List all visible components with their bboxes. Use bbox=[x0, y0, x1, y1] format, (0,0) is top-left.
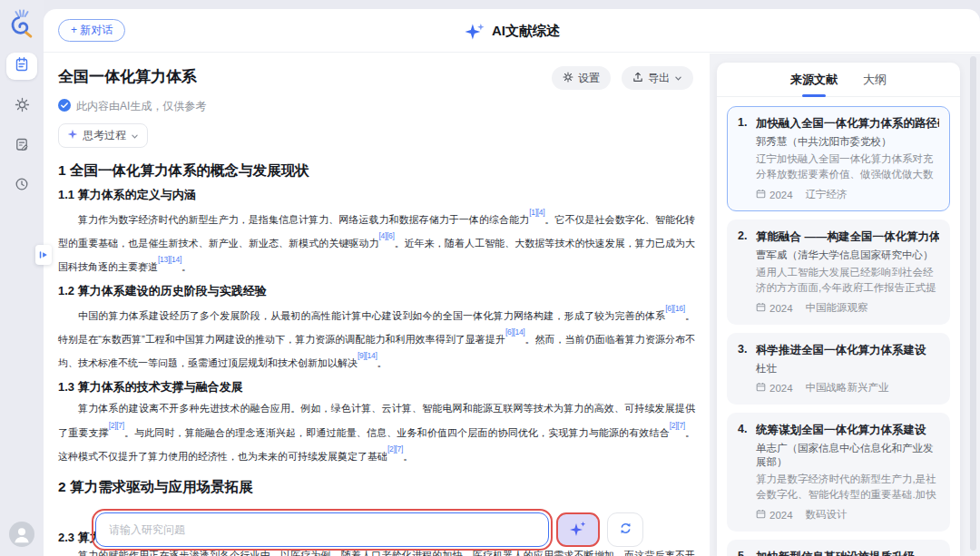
app-title: AI文献综述 bbox=[44, 9, 980, 53]
left-rail bbox=[0, 0, 44, 556]
item-author: 单志广（国家信息中心信息化和产业发展部） bbox=[756, 442, 939, 469]
item-year: 2024 bbox=[769, 510, 793, 521]
doc-paragraph: 算力作为数字经济时代的新型生产力，是指集信息计算力、网络运载力和数据存储力于一体… bbox=[58, 206, 695, 277]
sparkle-logo-icon bbox=[464, 23, 485, 40]
rail-item-notes[interactable] bbox=[6, 53, 37, 80]
app-title-text: AI文献综述 bbox=[492, 23, 560, 40]
chevron-down-icon bbox=[131, 130, 139, 142]
item-title: 加快新型信息基础设施提质升级 bbox=[756, 550, 915, 556]
item-source: 数码设计 bbox=[806, 508, 848, 522]
document-panel: 全国一体化算力体系 设置 bbox=[44, 54, 710, 556]
page-scrollbar[interactable] bbox=[970, 56, 976, 551]
regenerate-button[interactable] bbox=[607, 512, 643, 547]
item-author: 曹军威（清华大学信息国家研究中心） bbox=[756, 249, 939, 262]
sources-region: 来源文献 大纲 1. 加快融入全国一体化算力体系的路径研究 郭秀慧（中共沈阳市委… bbox=[710, 54, 980, 556]
new-chat-button[interactable]: + 新对话 bbox=[58, 19, 125, 42]
item-source: 辽宁经济 bbox=[806, 188, 848, 201]
item-author: 杜壮 bbox=[756, 362, 939, 376]
item-number: 2. bbox=[738, 229, 752, 245]
item-title: 加快融入全国一体化算力体系的路径研究 bbox=[756, 116, 939, 132]
item-title: 科学推进全国一体化算力体系建设 bbox=[756, 343, 926, 358]
rail-item-history[interactable] bbox=[6, 172, 37, 200]
sources-tabs: 来源文献 大纲 bbox=[717, 63, 960, 97]
chevron-down-icon bbox=[674, 72, 682, 84]
app-window: + 新对话 AI文献综述 全国一体化算力体系 bbox=[44, 9, 980, 556]
item-number: 1. bbox=[738, 116, 752, 132]
app-logo-deer-icon bbox=[8, 9, 35, 40]
gear-icon bbox=[563, 72, 573, 85]
rail-item-feedback[interactable] bbox=[6, 132, 37, 160]
clock-icon bbox=[15, 177, 29, 195]
doc-subheading: 1.2 算力体系建设的历史阶段与实践经验 bbox=[58, 283, 695, 299]
item-abstract: 通用人工智能大发展已经影响到社会经济的方方面面,今年政府工作报告正式提出开展“人… bbox=[756, 265, 939, 296]
settings-button[interactable]: 设置 bbox=[552, 66, 611, 90]
thinking-label: 思考过程 bbox=[83, 128, 126, 143]
document-title: 全国一体化算力体系 bbox=[58, 66, 197, 87]
thinking-process-toggle[interactable]: 思考过程 bbox=[58, 123, 148, 148]
item-title: 算能融合 ——构建全国一体化算力体系的基石 bbox=[756, 229, 939, 245]
item-author: 郭秀慧（中共沈阳市委党校） bbox=[756, 135, 939, 149]
item-year: 2024 bbox=[769, 303, 793, 314]
refresh-icon bbox=[618, 521, 633, 539]
doc-heading: 2 算力需求驱动与应用场景拓展 bbox=[58, 477, 695, 497]
item-number: 5. bbox=[738, 550, 752, 556]
doc-paragraph: 中国的算力体系建设经历了多个发展阶段，从最初的高性能计算中心建设到如今的全国一体… bbox=[58, 302, 695, 373]
item-year: 2024 bbox=[769, 383, 793, 394]
calendar-icon bbox=[756, 302, 766, 314]
generate-button[interactable] bbox=[556, 512, 600, 547]
doc-subheading: 1.3 算力体系的技术支撑与融合发展 bbox=[58, 379, 695, 395]
tab-source-literature[interactable]: 来源文献 bbox=[790, 63, 838, 97]
literature-item[interactable]: 2. 算能融合 ——构建全国一体化算力体系的基石 曹军威（清华大学信息国家研究中… bbox=[727, 219, 950, 325]
settings-label: 设置 bbox=[578, 71, 600, 86]
item-source: 中国能源观察 bbox=[806, 301, 868, 315]
item-abstract: 辽宁加快融入全国一体化算力体系对充分释放数据要素价值、做强做优做大数字经济、加快… bbox=[756, 151, 939, 182]
doc-paragraph: 算力体系的建设离不开多种先进技术的融合应用。例如，绿色计算、云计算、智能电网和能… bbox=[58, 398, 695, 466]
literature-list: 1. 加快融入全国一体化算力体系的路径研究 郭秀慧（中共沈阳市委党校） 辽宁加快… bbox=[717, 97, 960, 556]
tab-outline[interactable]: 大纲 bbox=[863, 63, 887, 97]
calendar-icon bbox=[756, 509, 766, 521]
doc-heading: 1 全国一体化算力体系的概念与发展现状 bbox=[58, 161, 695, 180]
item-title: 统筹谋划全国一体化算力体系建设 bbox=[756, 423, 926, 438]
export-button[interactable]: 导出 bbox=[622, 66, 693, 90]
calendar-icon bbox=[756, 382, 766, 394]
sparkle-icon bbox=[67, 129, 78, 142]
ai-disclaimer: 此内容由AI生成，仅供参考 bbox=[76, 99, 206, 114]
app-header: + 新对话 AI文献综述 bbox=[44, 9, 980, 53]
check-circle-icon bbox=[58, 99, 71, 114]
literature-item[interactable]: 3. 科学推进全国一体化算力体系建设 杜壮 bbox=[727, 333, 950, 405]
sources-panel: 来源文献 大纲 1. 加快融入全国一体化算力体系的路径研究 郭秀慧（中共沈阳市委… bbox=[717, 63, 960, 556]
literature-item[interactable]: 1. 加快融入全国一体化算力体系的路径研究 郭秀慧（中共沈阳市委党校） 辽宁加快… bbox=[727, 106, 950, 211]
notebook-icon bbox=[14, 56, 30, 76]
item-abstract: 算力是数字经济时代的新型生产力,是社会数字化、智能化转型的重要基础.加快算力建设… bbox=[756, 472, 939, 502]
item-year: 2024 bbox=[769, 190, 793, 200]
export-icon bbox=[632, 72, 643, 85]
sparkle-icon bbox=[569, 521, 587, 540]
composer-bar bbox=[95, 512, 643, 547]
panel-expand-handle[interactable] bbox=[35, 245, 52, 265]
gear-icon bbox=[15, 97, 30, 116]
item-number: 4. bbox=[738, 423, 752, 438]
literature-item[interactable]: 5. 加快新型信息基础设施提质升级 许继金（江苏省通信管理局） 习近平总书记高度… bbox=[727, 540, 950, 556]
research-question-input[interactable] bbox=[95, 512, 549, 547]
item-source: 中国战略新兴产业 bbox=[806, 381, 889, 395]
literature-item[interactable]: 4. 统筹谋划全国一体化算力体系建设 单志广（国家信息中心信息化和产业发展部） … bbox=[727, 413, 950, 532]
item-number: 3. bbox=[738, 343, 752, 358]
calendar-icon bbox=[756, 189, 766, 200]
user-avatar[interactable] bbox=[9, 522, 34, 547]
document-body: 1 全国一体化算力体系的概念与发展现状 1.1 算力体系的定义与内涵 算力作为数… bbox=[44, 148, 710, 503]
rail-item-settings[interactable] bbox=[6, 93, 37, 120]
note-pen-icon bbox=[15, 137, 29, 155]
export-label: 导出 bbox=[648, 71, 670, 86]
doc-subheading: 1.1 算力体系的定义与内涵 bbox=[58, 187, 695, 203]
